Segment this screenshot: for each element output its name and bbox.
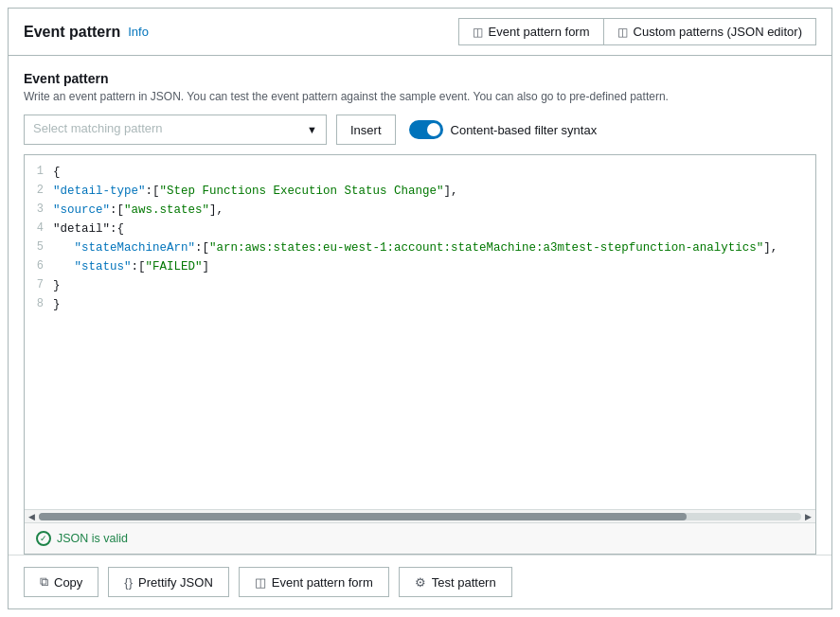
line-number: 7 — [25, 276, 53, 295]
valid-icon: ✓ — [36, 531, 51, 546]
code-area[interactable]: 1{2"detail-type":["Step Functions Execut… — [25, 155, 815, 509]
line-content: "detail-type":["Step Functions Execution… — [53, 182, 458, 201]
toggle-row: Content-based filter syntax — [409, 120, 598, 139]
scrollbar-thumb — [39, 513, 687, 520]
line-content: } — [53, 276, 61, 295]
info-link[interactable]: Info — [128, 25, 149, 39]
page-title: Event pattern — [24, 24, 120, 41]
line-number: 2 — [25, 182, 53, 201]
section-title: Event pattern — [24, 71, 816, 86]
line-number: 6 — [25, 257, 53, 276]
code-line: 6 "status":["FAILED"] — [25, 257, 815, 276]
line-number: 8 — [25, 295, 53, 314]
form-btn-icon: ◫ — [255, 575, 266, 590]
scroll-right-icon[interactable]: ▶ — [803, 512, 813, 521]
line-content: { — [53, 163, 61, 182]
body: Event pattern Write an event pattern in … — [9, 56, 831, 555]
code-line: 4"detail":{ — [25, 220, 815, 238]
controls-row: ▼ Select matching pattern Insert Content… — [24, 115, 816, 145]
line-content: } — [53, 295, 61, 314]
form-icon: ◫ — [473, 26, 483, 39]
line-number: 5 — [25, 238, 53, 257]
editor-icon: ◫ — [617, 26, 628, 39]
pattern-select[interactable] — [24, 115, 327, 145]
insert-button[interactable]: Insert — [336, 115, 396, 145]
line-content: "source":["aws.states"], — [53, 201, 223, 220]
event-pattern-form-button[interactable]: ◫ Event pattern form — [239, 567, 389, 597]
line-content: "detail":{ — [53, 220, 124, 238]
horizontal-scrollbar[interactable]: ◀ ▶ — [25, 509, 815, 522]
header-tabs: ◫ Event pattern form ◫ Custom patterns (… — [458, 18, 816, 45]
copy-icon: ⧉ — [40, 574, 48, 590]
line-number: 1 — [25, 163, 53, 182]
gear-icon: ⚙ — [415, 575, 426, 590]
line-content: "status":["FAILED"] — [53, 257, 209, 276]
event-pattern-form-tab[interactable]: ◫ Event pattern form — [458, 18, 603, 45]
code-line: 2"detail-type":["Step Functions Executio… — [25, 182, 815, 201]
toggle-slider — [409, 120, 443, 139]
content-filter-toggle[interactable] — [409, 120, 443, 139]
prettify-button[interactable]: {} Prettify JSON — [108, 567, 228, 597]
code-line: 5 "stateMachineArn":["arn:aws:states:eu-… — [25, 238, 815, 257]
validation-bar: ✓ JSON is valid — [25, 522, 815, 554]
prettify-icon: {} — [124, 575, 133, 590]
line-number: 3 — [25, 201, 53, 220]
code-line: 3"source":["aws.states"], — [25, 201, 815, 220]
scroll-left-icon[interactable]: ◀ — [27, 512, 37, 521]
code-line: 7} — [25, 276, 815, 295]
pattern-select-wrapper: ▼ Select matching pattern — [24, 115, 327, 145]
scrollbar-track[interactable] — [39, 513, 801, 520]
code-line: 8} — [25, 295, 815, 314]
code-line: 1{ — [25, 163, 815, 182]
header: Event pattern Info ◫ Event pattern form … — [9, 9, 831, 56]
line-content: "stateMachineArn":["arn:aws:states:eu-we… — [53, 238, 777, 257]
copy-button[interactable]: ⧉ Copy — [24, 567, 98, 597]
header-left: Event pattern Info — [24, 24, 149, 41]
custom-patterns-tab[interactable]: ◫ Custom patterns (JSON editor) — [603, 18, 816, 45]
code-editor: 1{2"detail-type":["Step Functions Execut… — [24, 154, 816, 555]
line-number: 4 — [25, 220, 53, 238]
main-container: Event pattern Info ◫ Event pattern form … — [8, 8, 832, 609]
validation-message: JSON is valid — [57, 532, 128, 545]
section-description: Write an event pattern in JSON. You can … — [24, 90, 816, 103]
footer: ⧉ Copy {} Prettify JSON ◫ Event pattern … — [9, 555, 831, 608]
test-pattern-button[interactable]: ⚙ Test pattern — [399, 567, 512, 597]
toggle-label: Content-based filter syntax — [451, 123, 598, 137]
